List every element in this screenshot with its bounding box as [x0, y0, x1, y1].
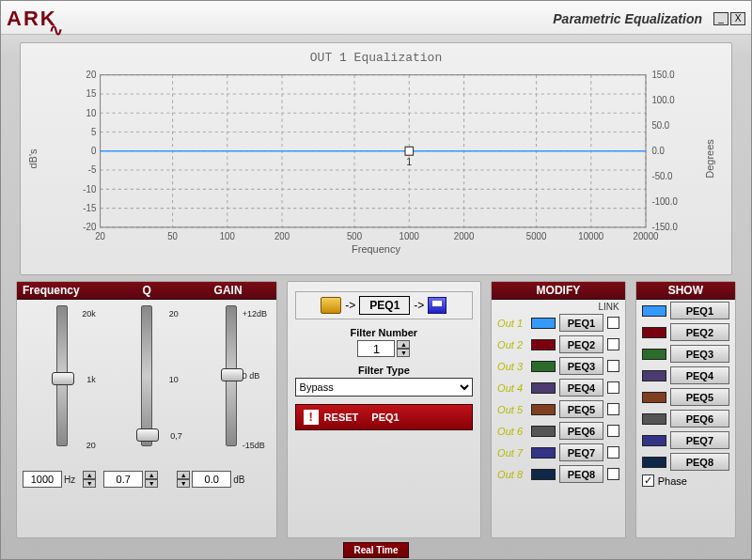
link-checkbox-4[interactable]	[607, 381, 619, 394]
link-checkbox-5[interactable]	[607, 403, 619, 415]
show-row: PEQ2	[636, 321, 735, 343]
modify-row: Out 6 PEQ6	[492, 420, 625, 442]
show-peq-button-4[interactable]: PEQ4	[670, 366, 729, 384]
peq-button-8[interactable]: PEQ8	[559, 465, 603, 483]
frequency-input[interactable]	[23, 471, 62, 488]
gain-input[interactable]	[192, 471, 231, 488]
svg-text:15: 15	[86, 88, 97, 99]
show-peq-button-6[interactable]: PEQ6	[670, 410, 729, 428]
titlebar: ARK Parametric Equalization _ X	[1, 1, 751, 35]
show-row: PEQ1	[636, 300, 735, 321]
color-swatch	[642, 413, 666, 425]
peq-button-5[interactable]: PEQ5	[559, 400, 603, 418]
link-checkbox-8[interactable]	[607, 468, 619, 480]
gain-slider-col: +12dB 0 dB -15dB	[190, 305, 273, 467]
q-input[interactable]	[103, 471, 143, 488]
svg-text:100.0: 100.0	[651, 95, 675, 105]
frequency-unit: Hz	[64, 474, 75, 485]
show-header: SHOW	[636, 282, 735, 300]
gain-thumb[interactable]	[221, 368, 243, 381]
link-checkbox-6[interactable]	[607, 425, 619, 437]
svg-text:500: 500	[347, 231, 363, 241]
filter-number-spinner[interactable]: ▲▼	[397, 340, 410, 357]
peq-button-6[interactable]: PEQ6	[559, 422, 603, 440]
q-tick-mid: 10	[169, 375, 179, 384]
save-icon[interactable]	[428, 297, 446, 314]
show-peq-button-2[interactable]: PEQ2	[670, 323, 729, 341]
gain-unit: dB	[233, 474, 244, 485]
reset-button[interactable]: ! RESET PEQ1	[295, 404, 473, 430]
link-checkbox-1[interactable]	[607, 317, 619, 329]
realtime-button[interactable]: Real Time	[343, 542, 408, 558]
out-label: Out 2	[497, 339, 527, 350]
color-swatch	[531, 426, 556, 437]
link-checkbox-3[interactable]	[607, 360, 619, 372]
show-row: PEQ7	[636, 429, 735, 451]
gain-tick-top: +12dB	[243, 309, 267, 319]
show-row: PEQ3	[636, 343, 735, 365]
peq-button-7[interactable]: PEQ7	[559, 443, 603, 461]
color-swatch	[642, 327, 666, 338]
filter-panel: -> PEQ1 -> Filter Number ▲▼ Filter Type …	[287, 281, 481, 538]
app-logo: ARK	[7, 7, 57, 31]
peq-button-4[interactable]: PEQ4	[559, 379, 603, 397]
color-swatch	[642, 457, 666, 468]
show-peq-button-8[interactable]: PEQ8	[670, 453, 729, 471]
svg-text:-15: -15	[83, 203, 96, 213]
show-row: PEQ6	[636, 408, 735, 429]
svg-text:150.0: 150.0	[651, 70, 675, 80]
modify-row: Out 2 PEQ2	[492, 334, 625, 355]
q-thumb[interactable]	[136, 428, 159, 442]
open-icon[interactable]	[321, 297, 341, 314]
svg-text:0.0: 0.0	[651, 146, 665, 156]
peq-button-3[interactable]: PEQ3	[559, 357, 603, 375]
show-peq-button-7[interactable]: PEQ7	[670, 431, 729, 449]
q-spinner[interactable]: ▲▼	[145, 471, 158, 488]
q-slider-col: 20 10 0,7	[105, 305, 188, 467]
eq-chart[interactable]: -20-15-10-505101520-150.0-100.0-50.00.05…	[64, 69, 688, 257]
frequency-spinner[interactable]: ▲▼	[83, 471, 96, 488]
y-axis-right-label: Degrees	[704, 139, 715, 179]
peq-current-label: PEQ1	[359, 296, 410, 315]
frequency-slider-col: 20k 1k 20	[21, 305, 103, 467]
filter-type-select[interactable]: Bypass	[295, 378, 473, 397]
svg-text:1: 1	[406, 156, 412, 167]
minimize-button[interactable]: _	[713, 12, 728, 25]
frequency-thumb[interactable]	[52, 372, 74, 385]
gain-spinner[interactable]: ▲▼	[177, 471, 190, 488]
filter-type-label: Filter Type	[295, 365, 473, 376]
arrow-icon: ->	[345, 299, 355, 312]
phase-checkbox[interactable]: ✓	[642, 474, 654, 487]
color-swatch	[531, 318, 556, 329]
out-label: Out 6	[497, 426, 527, 437]
chart-title: OUT 1 Equalization	[30, 51, 722, 65]
show-peq-button-1[interactable]: PEQ1	[670, 302, 729, 319]
freq-tick-bot: 20	[86, 441, 96, 450]
link-checkbox-2[interactable]	[607, 338, 619, 350]
svg-text:20: 20	[86, 70, 97, 80]
modify-title: MODIFY	[537, 284, 581, 297]
close-button[interactable]: X	[730, 12, 745, 25]
show-panel: SHOW PEQ1 PEQ2 PEQ3 PEQ4 PEQ5 PEQ6 PEQ7 …	[635, 281, 736, 538]
show-peq-button-5[interactable]: PEQ5	[670, 388, 729, 406]
show-peq-button-3[interactable]: PEQ3	[670, 345, 729, 363]
color-swatch	[531, 339, 556, 350]
gain-slider[interactable]	[226, 305, 237, 446]
frequency-slider[interactable]	[56, 305, 68, 446]
eq-chart-panel: OUT 1 Equalization dB's Degrees -20-15-1…	[20, 42, 732, 275]
modify-row: Out 5 PEQ5	[492, 398, 625, 420]
reset-label: RESET	[324, 412, 359, 423]
sliders-header: Frequency Q GAIN	[17, 282, 276, 300]
link-checkbox-7[interactable]	[607, 446, 619, 459]
peq-button-2[interactable]: PEQ2	[559, 335, 603, 353]
svg-rect-46	[405, 147, 414, 155]
peq-button-1[interactable]: PEQ1	[559, 314, 603, 332]
svg-text:-50.0: -50.0	[651, 171, 672, 181]
q-slider[interactable]	[141, 305, 152, 446]
filter-type-group: Filter Type Bypass	[295, 365, 473, 397]
out-label: Out 4	[497, 382, 527, 394]
svg-text:-5: -5	[88, 164, 97, 175]
svg-text:200: 200	[274, 231, 290, 241]
filter-number-input[interactable]	[357, 340, 395, 357]
gain-tick-bot: -15dB	[243, 441, 265, 450]
